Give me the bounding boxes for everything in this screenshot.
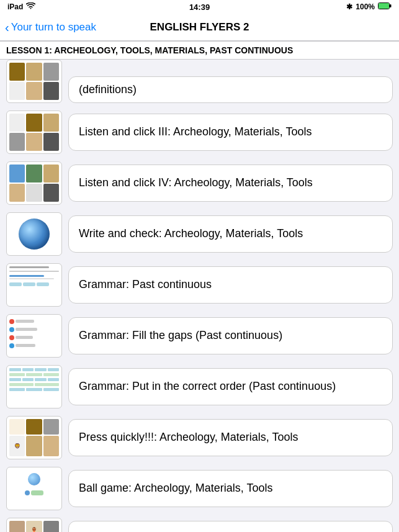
list-item[interactable]: Write and check: Archeology, Materials, … (0, 209, 399, 259)
definitions-label[interactable]: (definitions) (68, 76, 393, 103)
battery-icon (378, 2, 392, 11)
thumb-1 (6, 110, 62, 154)
scroll-content: (definitions) Listen and click III: Arch… (0, 60, 399, 532)
list-item[interactable]: Listen and click III: Archeology, Materi… (0, 107, 399, 158)
back-button[interactable]: ‹ Your turn to speak (5, 21, 96, 34)
wifi-icon (26, 2, 35, 11)
thumb-9: 🏺 🔵 (6, 518, 62, 532)
status-right: ✱ 100% (346, 2, 392, 11)
status-time: 14:39 (189, 2, 210, 12)
list-item[interactable]: Listen and click IV: Archeology, Materia… (0, 158, 399, 209)
list-item[interactable]: 🦁 Press quickly!!!: Archeology, Material… (0, 412, 399, 463)
item-label-5[interactable]: Grammar: Fill the gaps (Past continuous) (68, 317, 393, 354)
thumb-2 (6, 161, 62, 205)
item-label-2[interactable]: Listen and click IV: Archeology, Materia… (68, 165, 393, 202)
lesson-header: LESSON 1: ARCHEOLOGY, TOOLS, MATERIALS, … (0, 41, 399, 60)
item-label-6[interactable]: Grammar: Put in the correct order (Past … (68, 368, 393, 405)
nav-title: ENGLISH FLYERS 2 (150, 21, 249, 34)
thumb-definitions (6, 60, 62, 103)
status-bar: iPad 14:39 ✱ 100% (0, 0, 399, 14)
list-item[interactable]: Grammar: Put in the correct order (Past … (0, 361, 399, 412)
svg-rect-1 (379, 3, 389, 9)
svg-rect-2 (390, 4, 392, 7)
thumb-4 (6, 263, 62, 307)
list-item[interactable]: 🏺 🔵 Catch the ball: Archeology, Material… (0, 514, 399, 532)
thumb-8 (6, 467, 62, 510)
nav-bar: ‹ Your turn to speak ENGLISH FLYERS 2 (0, 14, 399, 41)
battery-label: 100% (356, 2, 375, 11)
partial-definitions-row[interactable]: (definitions) (0, 60, 399, 107)
status-left: iPad (7, 2, 35, 11)
item-label-9[interactable]: Catch the ball: Archeology, Materials, T… (68, 521, 393, 532)
item-label-1[interactable]: Listen and click III: Archeology, Materi… (68, 114, 393, 151)
list-item[interactable]: Ball game: Archeology, Materials, Tools (0, 463, 399, 514)
back-label: Your turn to speak (11, 21, 96, 34)
bluetooth-icon: ✱ (346, 2, 352, 11)
list-item[interactable]: Grammar: Past continuous (0, 259, 399, 310)
item-label-4[interactable]: Grammar: Past continuous (68, 266, 393, 304)
item-label-7[interactable]: Press quickly!!!: Archeology, Materials,… (68, 419, 393, 456)
thumb-7: 🦁 (6, 416, 62, 459)
thumb-3 (6, 212, 62, 256)
thumb-5 (6, 314, 62, 358)
thumb-6 (6, 365, 62, 408)
item-label-3[interactable]: Write and check: Archeology, Materials, … (68, 215, 393, 253)
item-label-8[interactable]: Ball game: Archeology, Materials, Tools (68, 470, 393, 507)
list-item[interactable]: Grammar: Fill the gaps (Past continuous) (0, 310, 399, 361)
ipad-label: iPad (7, 2, 23, 11)
back-chevron-icon: ‹ (5, 21, 9, 34)
